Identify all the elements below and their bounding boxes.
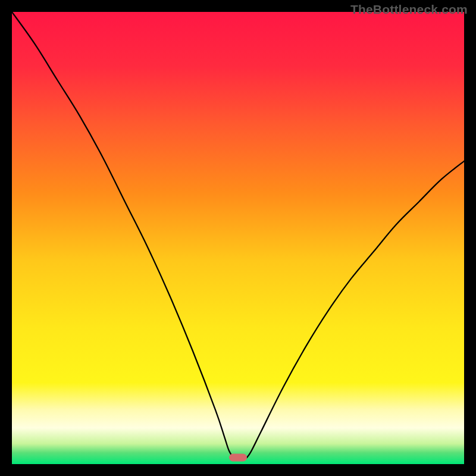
bottleneck-curve <box>12 12 464 464</box>
chart-frame: TheBottleneck.com <box>0 0 476 476</box>
watermark-text: TheBottleneck.com <box>350 2 468 17</box>
plot-area <box>12 12 464 464</box>
optimal-marker <box>229 453 247 461</box>
